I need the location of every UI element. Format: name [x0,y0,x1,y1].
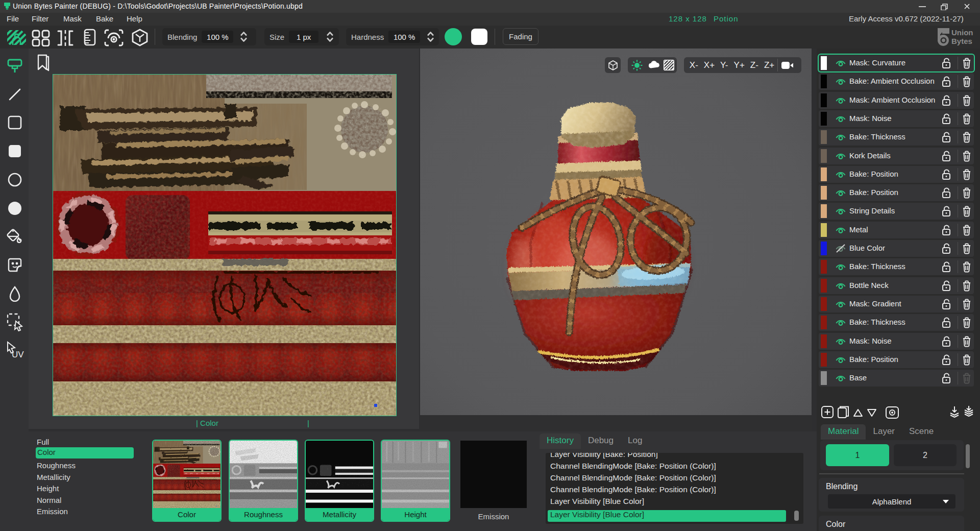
svg-text:UV: UV [12,350,24,359]
svg-text:Union: Union [951,28,973,37]
svg-text:Bytes: Bytes [951,37,972,45]
